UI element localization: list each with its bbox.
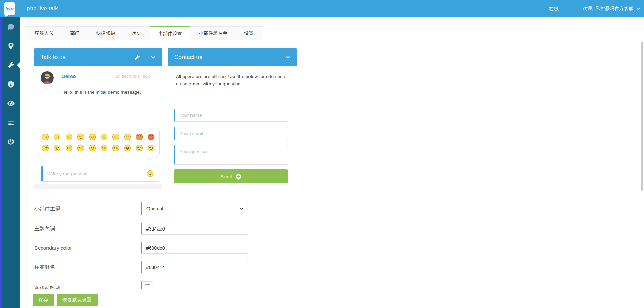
teeth-emoji-icon[interactable]	[112, 144, 119, 152]
eye-icon	[7, 100, 15, 107]
send-label: Send	[220, 174, 232, 180]
rage-emoji-icon[interactable]	[147, 133, 155, 141]
main-content: 客服人员部门快捷短语历史小部件设置小部件黑名单设置 Talk to us	[20, 17, 644, 308]
confused-emoji-icon[interactable]	[77, 144, 84, 152]
widget-theme-value: Original	[146, 206, 163, 211]
contact-name-input[interactable]	[174, 109, 288, 122]
tab-label: 历史	[132, 30, 142, 36]
eek-emoji-icon[interactable]	[42, 144, 49, 152]
tab-bar: 客服人员部门快捷短语历史小部件设置小部件黑名单设置	[26, 26, 262, 40]
tab-label: 小部件设置	[158, 31, 182, 37]
reset-defaults-button[interactable]: 恢复默认设置	[57, 294, 98, 306]
contact-widget-header[interactable]: Contact us	[168, 48, 297, 66]
sidebar-item-wrench[interactable]	[2, 56, 20, 75]
theme-color-label: 主题色调	[34, 223, 55, 235]
secondary-color-label: Secondary color	[34, 242, 72, 254]
user-menu[interactable]: 欢迎, 凡客源码官方客服	[582, 0, 641, 17]
form-row-label-color: 标签颜色	[34, 261, 637, 273]
widget-theme-select[interactable]: Original	[141, 202, 248, 215]
chevron-down-icon	[637, 7, 641, 11]
contact-question-input[interactable]	[174, 145, 288, 165]
emoji-panel	[37, 128, 160, 157]
sidebar-item-map-marker[interactable]	[2, 36, 20, 56]
blush-emoji-icon[interactable]	[100, 144, 108, 152]
chevron-down-icon[interactable]	[286, 55, 290, 60]
chevron-down-icon	[239, 207, 243, 211]
agent-avatar	[41, 71, 54, 84]
online-status[interactable]: 在线	[549, 0, 559, 17]
tab-widget-blacklist[interactable]: 小部件黑名单	[190, 26, 236, 40]
wink-emoji-icon[interactable]	[53, 133, 61, 141]
message-divider	[34, 125, 162, 125]
biglaugh-emoji-icon[interactable]	[136, 144, 143, 152]
map-marker-icon	[8, 43, 14, 49]
form-row-secondary-color: Secondary color	[34, 242, 637, 254]
arrow-circle-right-icon	[236, 174, 242, 180]
message-text: Hello, this is the initial demo message.	[61, 90, 141, 95]
secondary-color-input[interactable]	[141, 242, 248, 254]
tab-agents[interactable]: 客服人员	[26, 26, 62, 40]
love-emoji-icon[interactable]	[65, 144, 73, 152]
smile-emoji-icon[interactable]	[42, 133, 49, 141]
grin-emoji-icon[interactable]	[77, 133, 84, 141]
angry-emoji-icon[interactable]	[136, 133, 143, 141]
talk-widget-header[interactable]: Talk to us	[34, 48, 162, 66]
sidebar-item-align-left[interactable]	[2, 113, 20, 132]
wrench-icon	[8, 62, 14, 68]
emoji-row	[42, 142, 155, 153]
emoji-row	[42, 131, 155, 142]
top-header: live php live talk 在线 欢迎, 凡客源码官方客服	[0, 0, 644, 17]
tab-canned-messages[interactable]: 快捷短语	[88, 26, 124, 40]
chevron-down-icon[interactable]	[151, 55, 156, 60]
vertical-scrollbar	[641, 42, 643, 308]
tab-departments[interactable]: 部门	[62, 26, 88, 40]
sidebar	[0, 17, 20, 308]
logo-text: live	[5, 6, 13, 11]
power-icon	[8, 139, 14, 145]
flat-emoji-icon[interactable]	[124, 133, 131, 141]
align-left-icon	[8, 119, 14, 125]
comment-icon	[8, 24, 14, 30]
gasp-emoji-icon[interactable]	[53, 144, 61, 152]
sad-emoji-icon[interactable]	[65, 133, 73, 141]
tab-label: 快捷短语	[96, 30, 116, 36]
footer-bar: 保存 恢复默认设置	[20, 289, 644, 308]
sidebar-item-eye[interactable]	[2, 94, 20, 113]
tab-widget-settings[interactable]: 小部件设置	[150, 26, 190, 40]
footer-buttons: 保存 恢复默认设置	[33, 294, 98, 306]
sidebar-item-info[interactable]	[2, 75, 20, 94]
talk-widget-title: Talk to us	[41, 54, 66, 61]
widget-theme-label: 小部件主题	[34, 202, 60, 215]
send-button[interactable]: Send	[174, 169, 288, 183]
contact-widget-preview: Contact us All operators are off-line. U…	[168, 48, 297, 189]
label-color-input[interactable]	[141, 261, 248, 273]
message-timestamp: 20 second(s) ago	[116, 74, 150, 79]
sidebar-item-power[interactable]	[2, 132, 20, 151]
tongue-emoji-icon[interactable]	[89, 133, 96, 141]
wrench-icon[interactable]	[135, 55, 140, 60]
sidebar-item-comment[interactable]	[2, 17, 20, 36]
winktongue-emoji-icon[interactable]	[89, 144, 96, 152]
tab-label: 设置	[244, 30, 254, 36]
offline-message: All operators are off-line. Use the belo…	[176, 73, 290, 88]
label-color-label: 标签颜色	[34, 261, 55, 273]
question-input[interactable]	[41, 166, 158, 182]
theme-color-input[interactable]	[141, 223, 248, 235]
neutral-emoji-icon[interactable]	[112, 133, 119, 141]
laugh-emoji-icon[interactable]	[124, 144, 131, 152]
contact-email-input[interactable]	[174, 127, 288, 140]
question-input-wrap	[41, 166, 158, 182]
smiley-icon[interactable]	[147, 170, 154, 177]
scrollbar-thumb[interactable]	[641, 42, 643, 191]
save-button[interactable]: 保存	[33, 294, 54, 306]
app-logo[interactable]: live	[4, 2, 15, 15]
tab-label: 小部件黑名单	[198, 30, 228, 36]
tab-history[interactable]: 历史	[124, 26, 150, 40]
happy-emoji-icon[interactable]	[100, 133, 108, 141]
app: live php live talk 在线 欢迎, 凡客源码官方客服 客服人员部…	[0, 0, 644, 308]
form-row-widget-theme: 小部件主题Original	[34, 202, 637, 215]
tab-settings[interactable]: 设置	[236, 26, 262, 40]
welcome-text: 欢迎, 凡客源码官方客服	[582, 6, 634, 12]
agent-name[interactable]: Demo	[61, 73, 76, 79]
excited-emoji-icon[interactable]	[147, 144, 155, 152]
